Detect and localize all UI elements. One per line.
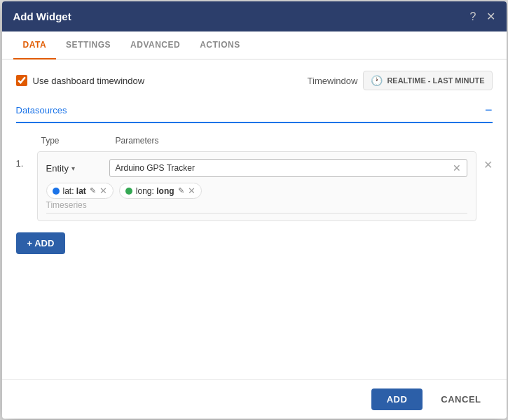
timewindow-field-label: Timewindow	[308, 76, 358, 86]
timewindow-row: Use dashboard timewindow Timewindow 🕐 RE…	[16, 71, 493, 90]
col-type-header: Type	[41, 136, 60, 146]
datasources-title: Datasources	[16, 105, 67, 115]
add-datasource-button[interactable]: + ADD	[16, 232, 66, 254]
tag-lat-label: lat: lat	[63, 186, 86, 196]
timewindow-checkbox[interactable]	[16, 75, 27, 86]
clock-icon: 🕐	[371, 75, 383, 86]
dialog-title: Add Widget	[13, 10, 71, 22]
tab-advanced[interactable]: ADVANCED	[121, 31, 190, 59]
table-header: Type Parameters	[16, 133, 493, 151]
tab-actions[interactable]: ACTIONS	[190, 31, 250, 59]
row-top: Entity ▾ Arduino GPS Tracker ✕	[46, 159, 467, 177]
entity-input-value: Arduino GPS Tracker	[116, 163, 448, 173]
chevron-down-icon: ▾	[71, 164, 75, 172]
dialog-footer: ADD CANCEL	[2, 379, 507, 419]
header-actions: ? ✕	[470, 10, 495, 23]
input-clear-icon[interactable]: ✕	[453, 162, 461, 174]
tag-lat-close-icon[interactable]: ✕	[99, 186, 107, 196]
table-row: 1. Entity ▾ Arduino GPS Tracker ✕ lat:	[16, 151, 493, 221]
tag-long: long: long ✎ ✕	[119, 183, 202, 199]
tag-long-close-icon[interactable]: ✕	[188, 186, 195, 196]
add-widget-dialog: Add Widget ? ✕ DATA SETTINGS ADVANCED AC…	[2, 1, 507, 419]
entity-input-wrap[interactable]: Arduino GPS Tracker ✕	[109, 159, 467, 177]
tag-lat-edit-icon[interactable]: ✎	[90, 186, 96, 195]
tag-dot-blue	[53, 188, 60, 195]
entity-type-label: Entity	[46, 163, 69, 174]
tab-data[interactable]: DATA	[13, 31, 57, 59]
tag-long-edit-icon[interactable]: ✎	[178, 186, 184, 195]
row-number: 1.	[16, 151, 30, 169]
datasources-section-header: Datasources −	[16, 103, 493, 123]
close-icon[interactable]: ✕	[486, 10, 495, 23]
tab-settings[interactable]: SETTINGS	[56, 31, 121, 59]
dialog-header: Add Widget ? ✕	[2, 1, 507, 31]
timewindow-badge[interactable]: 🕐 REALTIME - LAST MINUTE	[363, 71, 492, 90]
type-select[interactable]: Entity ▾	[46, 163, 102, 174]
timewindow-badge-text: REALTIME - LAST MINUTE	[387, 76, 484, 85]
col-params-header: Parameters	[116, 136, 159, 146]
timewindow-label-text: Use dashboard timewindow	[33, 76, 145, 86]
tag-long-label: long: long	[136, 186, 174, 196]
timewindow-right: Timewindow 🕐 REALTIME - LAST MINUTE	[308, 71, 493, 90]
timewindow-checkbox-label[interactable]: Use dashboard timewindow	[16, 75, 145, 86]
help-icon[interactable]: ?	[470, 10, 476, 23]
add-button[interactable]: ADD	[371, 388, 423, 410]
dialog-body: Use dashboard timewindow Timewindow 🕐 RE…	[2, 59, 507, 379]
cancel-button[interactable]: CANCEL	[430, 388, 492, 410]
row-content: Entity ▾ Arduino GPS Tracker ✕ lat: lat …	[37, 151, 476, 221]
tab-bar: DATA SETTINGS ADVANCED ACTIONS	[2, 31, 507, 59]
timeseries-placeholder: Timeseries	[46, 200, 467, 214]
collapse-datasources-button[interactable]: −	[485, 103, 493, 118]
tag-dot-green	[125, 188, 132, 195]
tags-row: lat: lat ✎ ✕ long: long ✎ ✕	[46, 183, 467, 199]
tag-lat: lat: lat ✎ ✕	[46, 183, 114, 199]
row-delete-icon[interactable]: ✕	[483, 151, 493, 172]
